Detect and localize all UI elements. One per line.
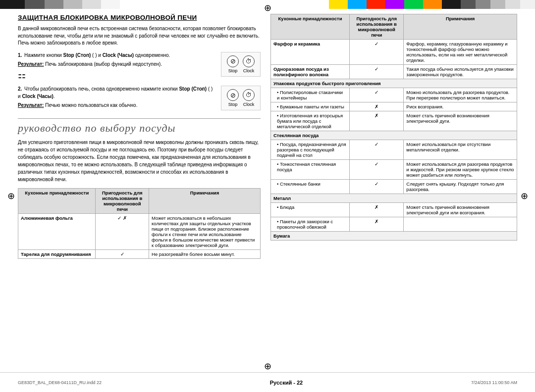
step-2: 2. Чтобы разблокировать печь, снова одно… bbox=[18, 86, 261, 110]
color-bar-light-gray bbox=[63, 0, 82, 9]
left-header-suitable: Пригодность для использования в микровол… bbox=[96, 189, 149, 214]
notes-tray: Не разогревайте более восьми минут. bbox=[149, 250, 261, 259]
left-kitchen-table: Кухонные принадлежности Пригодность для … bbox=[18, 188, 261, 259]
table-row: • Тонкостенная стеклянная посуда ✓ Может… bbox=[271, 160, 517, 180]
table-row: Одноразовая посуда из полиэфирного волок… bbox=[271, 65, 517, 79]
notes-dishes: Может стать причиной возникновения элект… bbox=[404, 203, 517, 217]
right-table-head: Кухонные принадлежности Пригодность для … bbox=[271, 14, 517, 40]
right-header-kitchen: Кухонные принадлежности bbox=[271, 14, 350, 40]
kitchen-item-porcelain: Фарфор и керамика bbox=[271, 40, 350, 65]
step-1-text: 1. Нажмите кнопки Stop (Стоп) ( ) и Cloc… bbox=[18, 52, 216, 59]
step-2-btn-row: ⊘ Stop ⏱ Clock bbox=[227, 89, 255, 107]
notes-jars: Следует снять крышку. Подходят только дл… bbox=[404, 180, 517, 194]
suitable-tray: ✓ bbox=[96, 250, 149, 259]
step-2-bold: Stop (Стоп) bbox=[179, 86, 207, 92]
color-bar-yellow bbox=[329, 0, 348, 9]
table-row-category-paper: Бумага bbox=[271, 232, 517, 241]
kitchen-item-tray: Тарелка для подрумянивания bbox=[18, 250, 96, 259]
suitable-polystyrene: ✓ bbox=[350, 88, 404, 102]
suitable-recycled: ✗ bbox=[350, 111, 404, 131]
left-table-head: Кухонные принадлежности Пригодность для … bbox=[18, 189, 261, 214]
suitable-paperbags: ✗ bbox=[350, 102, 404, 111]
color-bar-black bbox=[0, 0, 25, 9]
notes-freezer-bags bbox=[404, 217, 517, 232]
stop-label: Stop bbox=[228, 68, 238, 73]
reg-mark-right: ⊕ bbox=[518, 190, 530, 202]
color-bar-red bbox=[367, 0, 385, 9]
lock-symbol: ⚏ bbox=[18, 70, 216, 81]
reg-mark-left: ⊕ bbox=[5, 190, 17, 202]
step-1-btn-row: ⊘ Stop ⏱ Clock bbox=[227, 55, 255, 73]
color-bar-gray2 bbox=[476, 0, 490, 9]
step-2-number: 2. bbox=[18, 86, 22, 92]
category-packaging: Упаковка продуктов быстрого приготовлени… bbox=[271, 79, 517, 88]
step-2-row: 2. Чтобы разблокировать печь, снова одно… bbox=[18, 86, 261, 110]
step-1: 1. Нажмите кнопки Stop (Стоп) ( ) и Cloc… bbox=[18, 52, 261, 81]
notes-thinglass: Может использоваться для разогрева проду… bbox=[404, 160, 517, 180]
notes-serveware: Может использоваться при отсутствии мета… bbox=[404, 140, 517, 160]
kitchen-item-foil: Алюминиевая фольга bbox=[18, 214, 96, 250]
kitchen-item-recycled: • Изготовленная из вторсырья бумага или … bbox=[271, 111, 350, 131]
stop-button-icon[interactable]: ⊘ Stop bbox=[227, 55, 239, 73]
step-1-bold2: Clock (Часы) bbox=[103, 52, 134, 58]
color-bar-orange bbox=[423, 0, 442, 9]
left-table-body: Алюминиевая фольга ✓ ✗ Может использоват… bbox=[18, 214, 261, 259]
stop-button-icon-2[interactable]: ⊘ Stop bbox=[227, 89, 239, 107]
footer-center: Русский - 22 bbox=[270, 380, 303, 386]
color-bar-green bbox=[404, 0, 423, 9]
kitchen-item-thinglass: • Тонкостенная стеклянная посуда bbox=[271, 160, 350, 180]
clock-button-icon[interactable]: ⏱ Clock bbox=[243, 55, 255, 73]
notes-porcelain: Фарфор, керамику, глазурованную керамику… bbox=[404, 40, 517, 65]
footer: GE83DT_BAL_DE68-04111D_RU.indd 22 Русски… bbox=[0, 372, 535, 392]
color-bar-cyan bbox=[348, 0, 367, 9]
suitable-freezer-bags: ✗ bbox=[350, 217, 404, 232]
reg-mark-top: ⊕ bbox=[262, 2, 273, 14]
right-header-row: Кухонные принадлежности Пригодность для … bbox=[271, 14, 517, 40]
clock-circle: ⏱ bbox=[243, 55, 255, 67]
category-paper: Бумага bbox=[271, 232, 517, 241]
kitchen-item-freezer-bags: • Пакеты для заморозки с проволочной обв… bbox=[271, 217, 350, 232]
notes-polystyrene: Можно использовать для разогрева продукт… bbox=[404, 88, 517, 102]
right-header-suitable: Пригодность для использования в микровол… bbox=[350, 14, 404, 40]
table-row-category-glass: Стеклянная посуда bbox=[271, 131, 517, 140]
notes-foil: Может использоваться в небольших количес… bbox=[149, 214, 261, 250]
step-2-buttons: ⊘ Stop ⏱ Clock bbox=[221, 86, 261, 110]
color-bar-dark-gray bbox=[25, 0, 45, 9]
color-bar-white2 bbox=[520, 0, 535, 9]
right-header-notes: Примечания bbox=[404, 14, 517, 40]
table-row-category-packaging: Упаковка продуктов быстрого приготовлени… bbox=[271, 79, 517, 88]
step-1-text-block: 1. Нажмите кнопки Stop (Стоп) ( ) и Cloc… bbox=[18, 52, 216, 81]
notes-disposable: Такая посуда обычно используется для упа… bbox=[404, 65, 517, 79]
right-table-body: Фарфор и керамика ✓ Фарфор, керамику, гл… bbox=[271, 40, 517, 241]
suitable-jars: ✓ bbox=[350, 180, 404, 194]
color-bar-purple bbox=[385, 0, 404, 9]
table-row: Алюминиевая фольга ✓ ✗ Может использоват… bbox=[18, 214, 261, 250]
color-bar-black2 bbox=[442, 0, 461, 9]
table-row: • Изготовленная из вторсырья бумага или … bbox=[271, 111, 517, 131]
step-1-result-label: Результат: bbox=[18, 61, 44, 67]
color-bar-lgray2 bbox=[490, 0, 505, 9]
color-bar-white bbox=[101, 0, 120, 9]
left-table-container: Кухонные принадлежности Пригодность для … bbox=[18, 188, 261, 259]
step-2-text-block: 2. Чтобы разблокировать печь, снова одно… bbox=[18, 86, 216, 109]
stop-circle: ⊘ bbox=[227, 55, 239, 67]
footer-right: 7/24/2013 11:00:50 AM bbox=[471, 380, 517, 385]
handwriting-section: руководство по выбору посуды Для успешно… bbox=[18, 118, 261, 183]
step-2-text: 2. Чтобы разблокировать печь, снова одно… bbox=[18, 86, 216, 100]
category-glass: Стеклянная посуда bbox=[271, 131, 517, 140]
kitchen-item-jars: • Стеклянные банки bbox=[271, 180, 350, 194]
kitchen-item-paperbags: • Бумажные пакеты или газеты bbox=[271, 102, 350, 111]
clock-label: Clock bbox=[243, 68, 255, 73]
clock-icon-symbol-2: ⏱ bbox=[246, 92, 252, 98]
notes-recycled: Может стать причиной возникновения элект… bbox=[404, 111, 517, 131]
stop-icon-symbol-2: ⊘ bbox=[230, 92, 236, 99]
handwriting-text: Для успешного приготовления пищи в микро… bbox=[18, 139, 261, 183]
suitable-foil: ✓ ✗ bbox=[96, 214, 149, 250]
right-kitchen-table: Кухонные принадлежности Пригодность для … bbox=[270, 14, 517, 241]
stop-icon-symbol: ⊘ bbox=[230, 57, 236, 65]
table-row-category-metal: Металл bbox=[271, 194, 517, 203]
clock-button-icon-2[interactable]: ⏱ Clock bbox=[243, 89, 255, 107]
color-bar-spacer bbox=[120, 0, 150, 9]
suitable-disposable: ✓ bbox=[350, 65, 404, 79]
intro-text: В данной микроволновой печи есть встроен… bbox=[18, 25, 261, 47]
